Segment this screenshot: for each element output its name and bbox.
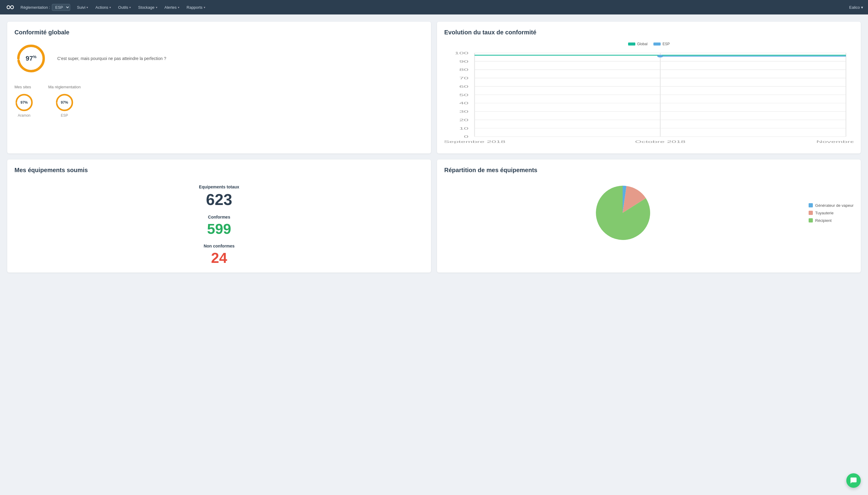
navbar: Réglementation : ESP Suivi ▾ Actions ▾ O… [0,0,868,15]
chevron-down-icon: ▾ [87,6,88,9]
legend-recipient: Récipient [809,218,853,223]
svg-text:90: 90 [459,59,469,63]
svg-text:Novembre 2018: Novembre 2018 [816,140,853,144]
non-conformes-value: 24 [211,251,227,265]
legend-esp: ESP [654,42,670,46]
reglementation-group: Ma réglementation 97% ESP [48,85,81,118]
legend-esp-swatch [654,42,661,46]
conformes-value: 599 [207,222,231,236]
reglementation-selector[interactable]: Réglementation : ESP [20,4,70,11]
svg-text:30: 30 [459,110,469,114]
reglementation-select[interactable]: ESP [52,4,70,11]
nav-suivi[interactable]: Suivi ▾ [74,3,91,12]
nav-alertes[interactable]: Alertes ▾ [161,3,183,12]
site-aramon-label: 97% [20,100,28,105]
pie-chart-svg [590,180,656,246]
repartition-card: Répartition de mes équipements [437,159,861,273]
nav-actions[interactable]: Actions ▾ [92,3,114,12]
repartition-title: Répartition de mes équipements [444,167,853,174]
chat-button[interactable] [846,473,861,488]
equipements-body: Equipements totaux 623 Conformes 599 Non… [15,180,424,265]
legend-generateur: Générateur de vapeur [809,203,853,208]
main-donut: 97% [15,42,48,75]
reglementation-esp-name: ESP [61,113,68,118]
repartition-body: Générateur de vapeur Tuyauterie Récipien… [444,180,853,246]
chevron-down-icon: ▾ [204,6,205,9]
site-aramon: 97% Aramon [15,93,34,118]
sites-row: Mes sites 97% Aramon Ma réglementation [15,85,424,118]
svg-text:20: 20 [459,118,469,122]
chevron-down-icon: ▾ [156,6,157,9]
svg-text:40: 40 [459,101,469,105]
chevron-down-icon: ▾ [178,6,179,9]
legend-esp-label: ESP [662,42,670,46]
nav-outils[interactable]: Outils ▾ [115,3,134,12]
svg-text:10: 10 [459,126,469,130]
pie-chart-wrap [444,180,801,246]
pie-legend: Générateur de vapeur Tuyauterie Récipien… [809,203,853,223]
non-conformes-label: Non conformes [204,243,235,249]
user-menu[interactable]: Ealico ▾ [849,5,863,10]
svg-text:80: 80 [459,68,469,72]
legend-recipient-swatch [809,218,813,222]
legend-tuyauterie: Tuyauterie [809,211,853,215]
sites-group: Mes sites 97% Aramon [15,85,34,118]
logo[interactable] [5,2,16,13]
sites-label: Mes sites [15,85,34,89]
svg-text:100: 100 [454,51,468,55]
total-value: 623 [206,192,232,207]
evolution-title: Evolution du taux de conformité [444,29,853,36]
site-aramon-donut: 97% [15,93,34,112]
reglementation-esp-donut: 97% [55,93,74,112]
svg-text:70: 70 [459,76,469,80]
nav-stockage[interactable]: Stockage ▾ [135,3,160,12]
conformite-message: C'est super, mais pourquoi ne pas attein… [57,55,166,62]
equipements-title: Mes équipements soumis [15,167,424,174]
reglementation-esp: 97% ESP [48,93,81,118]
legend-generateur-swatch [809,203,813,207]
legend-recipient-label: Récipient [815,218,832,223]
main-donut-label: 97% [25,54,36,63]
svg-text:Septembre 2018: Septembre 2018 [444,140,505,144]
conformes-label: Conformes [208,215,230,220]
conformite-body: 97% C'est super, mais pourquoi ne pas at… [15,42,424,75]
conformite-title: Conformité globale [15,29,424,36]
svg-point-34 [657,55,663,57]
conformite-globale-card: Conformité globale 97% C'est super, mais… [7,22,431,153]
legend-global-swatch [628,42,635,46]
site-aramon-name: Aramon [18,113,31,118]
nav-rapports[interactable]: Rapports ▾ [184,3,208,12]
evolution-svg: 100 90 80 70 60 50 40 30 20 10 [444,50,853,146]
chat-icon [850,477,857,484]
equipements-soumis-card: Mes équipements soumis Equipements totau… [7,159,431,273]
main-content: Conformité globale 97% C'est super, mais… [0,15,868,280]
svg-text:50: 50 [459,93,469,97]
total-label: Equipements totaux [199,185,239,189]
legend-global-label: Global [637,42,648,46]
svg-text:0: 0 [464,135,468,139]
chevron-down-icon: ▾ [109,6,111,9]
evolution-chart-area: 100 90 80 70 60 50 40 30 20 10 [444,50,853,146]
svg-text:60: 60 [459,84,469,88]
reglementation-group-label: Ma réglementation [48,85,81,89]
legend-tuyauterie-label: Tuyauterie [815,211,834,215]
chevron-down-icon: ▾ [129,6,131,9]
legend-generateur-label: Générateur de vapeur [815,203,853,208]
legend-global: Global [628,42,648,46]
legend-tuyauterie-swatch [809,211,813,215]
chart-legend: Global ESP [444,42,853,46]
reglementation-esp-label: 97% [61,100,68,105]
chevron-down-icon: ▾ [861,5,863,10]
reglementation-label: Réglementation : [20,5,50,10]
evolution-chart-card: Evolution du taux de conformité Global E… [437,22,861,153]
svg-text:Octobre 2018: Octobre 2018 [635,140,685,144]
